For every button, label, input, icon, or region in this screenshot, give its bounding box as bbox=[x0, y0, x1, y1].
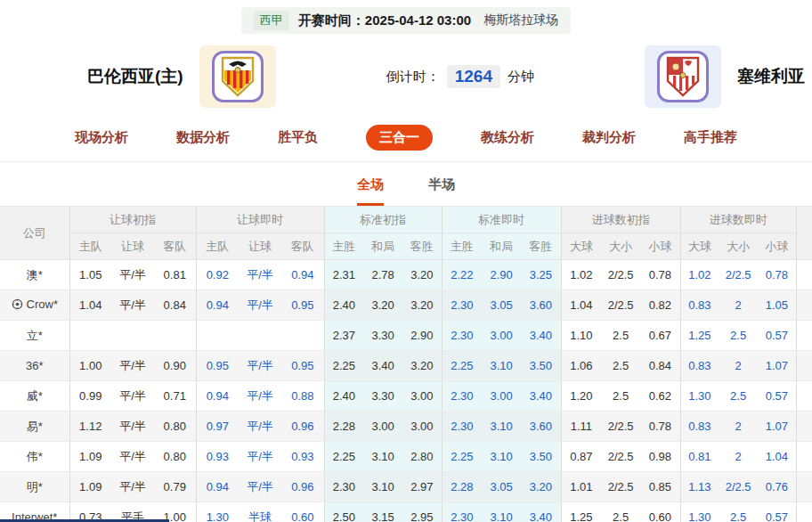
odds-cell[interactable]: 2.80 bbox=[402, 442, 442, 472]
odds-cell[interactable]: 0.78 bbox=[758, 260, 796, 290]
odds-cell[interactable]: 2.22 bbox=[442, 260, 482, 290]
odds-cell[interactable]: 平/半 bbox=[111, 351, 154, 381]
odds-cell[interactable]: 0.62 bbox=[640, 381, 680, 412]
odds-cell[interactable]: 2 bbox=[719, 412, 758, 442]
odds-cell[interactable]: 0.84 bbox=[640, 351, 680, 381]
odds-cell[interactable] bbox=[281, 321, 324, 351]
odds-cell[interactable]: 0.99 bbox=[69, 381, 111, 412]
odds-cell[interactable]: 2.30 bbox=[442, 412, 482, 442]
odds-cell[interactable]: 平/半 bbox=[111, 412, 154, 442]
odds-cell[interactable]: 0.78 bbox=[640, 412, 680, 442]
odds-cell[interactable]: 0.83 bbox=[680, 412, 719, 442]
odds-cell[interactable]: 1.13 bbox=[680, 472, 719, 502]
odds-cell[interactable]: 0.95 bbox=[196, 351, 239, 381]
odds-cell[interactable]: 3.00 bbox=[482, 321, 521, 351]
odds-cell[interactable]: 0.85 bbox=[640, 472, 680, 502]
odds-cell[interactable]: 0.81 bbox=[154, 260, 196, 290]
odds-cell[interactable]: 0.93 bbox=[196, 442, 239, 472]
odds-cell[interactable]: 3.15 bbox=[363, 502, 402, 522]
odds-cell[interactable]: 3.40 bbox=[363, 351, 402, 381]
odds-cell[interactable] bbox=[111, 321, 154, 351]
odds-cell[interactable]: 1.25 bbox=[680, 321, 719, 351]
odds-cell[interactable]: 2.5 bbox=[601, 321, 640, 351]
company-cell[interactable]: 澳* bbox=[0, 260, 69, 290]
odds-cell[interactable]: 0.67 bbox=[640, 321, 680, 351]
odds-cell[interactable]: 0.71 bbox=[154, 381, 196, 412]
odds-cell[interactable]: 0.57 bbox=[758, 381, 796, 412]
odds-cell[interactable]: 2 bbox=[719, 351, 758, 381]
odds-cell[interactable]: 1.30 bbox=[196, 502, 239, 522]
company-cell[interactable]: 36* bbox=[0, 351, 69, 381]
odds-cell[interactable]: 2.95 bbox=[402, 502, 442, 522]
odds-cell[interactable]: 0.87 bbox=[561, 442, 601, 472]
odds-cell[interactable]: 0.90 bbox=[154, 351, 196, 381]
odds-cell[interactable]: 3.40 bbox=[521, 502, 561, 522]
odds-cell[interactable]: 0.95 bbox=[281, 351, 324, 381]
odds-cell[interactable] bbox=[69, 321, 111, 351]
company-cell[interactable]: 伟* bbox=[0, 442, 69, 472]
odds-cell[interactable]: 2.31 bbox=[324, 260, 363, 290]
odds-cell[interactable]: 3.60 bbox=[521, 412, 561, 442]
odds-cell[interactable]: 3.10 bbox=[482, 412, 521, 442]
subtab-half-match[interactable]: 半场 bbox=[428, 176, 455, 206]
odds-cell[interactable]: 0.76 bbox=[758, 472, 796, 502]
odds-cell[interactable]: 0.96 bbox=[281, 412, 324, 442]
odds-cell[interactable]: 3.60 bbox=[521, 290, 561, 321]
odds-cell[interactable]: 3.50 bbox=[521, 442, 561, 472]
subtab-full-match[interactable]: 全场 bbox=[357, 176, 384, 206]
odds-cell[interactable]: 0.94 bbox=[196, 381, 239, 412]
odds-cell[interactable]: 2 bbox=[719, 442, 758, 472]
company-cell[interactable]: 立* bbox=[0, 321, 69, 351]
odds-cell[interactable]: 2.30 bbox=[442, 321, 482, 351]
nav-tab-live-analysis[interactable]: 现场分析 bbox=[75, 129, 128, 146]
odds-cell[interactable]: 2/2.5 bbox=[719, 260, 758, 290]
odds-cell[interactable]: 2.30 bbox=[442, 381, 482, 412]
odds-cell[interactable]: 1.09 bbox=[69, 472, 111, 502]
nav-tab-referee-analysis[interactable]: 裁判分析 bbox=[582, 129, 636, 146]
odds-cell[interactable]: 1.11 bbox=[561, 412, 601, 442]
odds-cell[interactable]: 3.40 bbox=[521, 321, 561, 351]
odds-cell[interactable] bbox=[239, 321, 281, 351]
odds-cell[interactable]: 3.10 bbox=[482, 442, 521, 472]
odds-cell[interactable]: 平/半 bbox=[239, 412, 281, 442]
odds-cell[interactable]: 2.40 bbox=[324, 290, 363, 321]
nav-tab-expert-picks[interactable]: 高手推荐 bbox=[684, 129, 737, 146]
odds-cell[interactable]: 0.98 bbox=[640, 442, 680, 472]
odds-cell[interactable]: 3.20 bbox=[521, 472, 561, 502]
odds-cell[interactable]: 平/半 bbox=[111, 290, 154, 321]
odds-cell[interactable]: 3.10 bbox=[482, 351, 521, 381]
odds-cell[interactable]: 2.30 bbox=[324, 472, 363, 502]
odds-cell[interactable]: 0.94 bbox=[281, 260, 324, 290]
odds-cell[interactable]: 3.30 bbox=[363, 321, 402, 351]
odds-cell[interactable]: 3.10 bbox=[482, 502, 521, 522]
odds-cell[interactable]: 1.01 bbox=[561, 472, 601, 502]
nav-tab-three-in-one[interactable]: 三合一 bbox=[366, 125, 433, 151]
odds-cell[interactable]: 3.20 bbox=[402, 260, 442, 290]
odds-cell[interactable]: 1.02 bbox=[561, 260, 601, 290]
odds-cell[interactable]: 1.04 bbox=[561, 290, 601, 321]
odds-cell[interactable]: 1.25 bbox=[561, 502, 601, 522]
odds-cell[interactable]: 3.20 bbox=[402, 351, 442, 381]
nav-tab-data-analysis[interactable]: 数据分析 bbox=[176, 129, 230, 146]
odds-cell[interactable]: 2/2.5 bbox=[601, 290, 640, 321]
company-cell[interactable]: 易* bbox=[0, 412, 69, 442]
odds-cell[interactable]: 1.07 bbox=[758, 412, 796, 442]
odds-cell[interactable]: 0.88 bbox=[281, 381, 324, 412]
odds-cell[interactable]: 3.30 bbox=[363, 381, 402, 412]
odds-cell[interactable]: 3.00 bbox=[482, 381, 521, 412]
odds-cell[interactable]: 2.90 bbox=[482, 260, 521, 290]
odds-cell[interactable]: 0.78 bbox=[640, 260, 680, 290]
odds-cell[interactable]: 3.40 bbox=[521, 381, 561, 412]
odds-cell[interactable]: 3.10 bbox=[363, 442, 402, 472]
odds-cell[interactable]: 平/半 bbox=[239, 351, 281, 381]
odds-cell[interactable]: 1.09 bbox=[69, 442, 111, 472]
odds-cell[interactable]: 平/半 bbox=[111, 381, 154, 412]
odds-cell[interactable]: 1.04 bbox=[69, 290, 111, 321]
odds-cell[interactable]: 3.20 bbox=[363, 290, 402, 321]
odds-cell[interactable]: 0.93 bbox=[281, 442, 324, 472]
odds-cell[interactable]: 0.84 bbox=[154, 290, 196, 321]
odds-cell[interactable]: 2.5 bbox=[719, 502, 758, 522]
odds-cell[interactable]: 1.02 bbox=[680, 260, 719, 290]
nav-tab-win-draw-loss[interactable]: 胜平负 bbox=[278, 129, 318, 146]
odds-cell[interactable]: 2.40 bbox=[324, 381, 363, 412]
